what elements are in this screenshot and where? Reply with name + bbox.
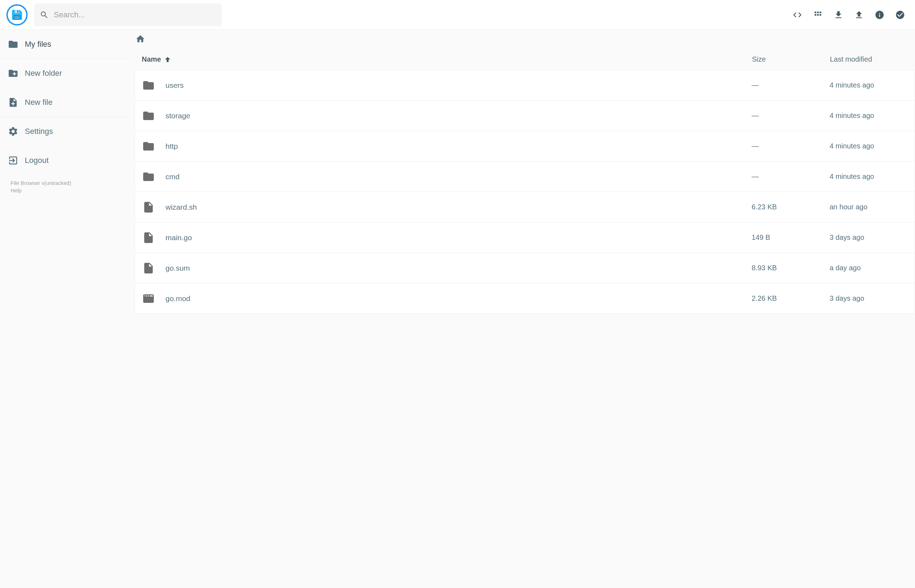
file-icon-cell (142, 170, 165, 183)
column-modified-label: Last modified (830, 55, 872, 63)
file-row[interactable]: storage—4 minutes ago (135, 100, 915, 131)
file-size: — (752, 142, 829, 150)
upload-button[interactable] (854, 10, 864, 20)
sidebar-item-label: New file (25, 98, 52, 107)
file-size: 6.23 KB (752, 203, 829, 211)
file-icon-cell (142, 110, 165, 122)
file-size: — (752, 173, 829, 181)
sidebar-item-settings[interactable]: Settings (0, 117, 128, 146)
file-name: go.sum (165, 264, 752, 272)
file-row[interactable]: main.go149 B3 days ago (135, 223, 915, 253)
file-modified: 4 minutes ago (829, 111, 915, 120)
file-row[interactable]: wizard.sh6.23 KBan hour ago (135, 192, 915, 223)
column-size-label: Size (752, 55, 766, 63)
folder-icon (142, 110, 155, 122)
file-row[interactable]: cmd—4 minutes ago (135, 162, 915, 192)
file-icon-cell (142, 262, 165, 275)
check-circle-icon (895, 10, 905, 20)
file-modified: 4 minutes ago (829, 81, 915, 89)
sidebar-item-new-file[interactable]: New file (0, 88, 128, 117)
file-name: cmd (165, 173, 752, 181)
file-modified: 3 days ago (829, 233, 915, 242)
svg-rect-1 (14, 16, 20, 17)
file-size: — (752, 81, 829, 89)
sidebar: My files New folder New file Settings Lo… (0, 30, 128, 588)
help-link[interactable]: Help (11, 187, 22, 194)
file-size: 8.93 KB (752, 264, 829, 272)
file-icon-cell (142, 201, 165, 213)
file-modified: 4 minutes ago (829, 173, 915, 181)
file-size: — (752, 111, 829, 120)
info-icon (875, 10, 884, 20)
column-name-sort[interactable]: Name (142, 55, 752, 63)
folder-plus-icon (8, 68, 18, 79)
file-name: users (165, 81, 752, 90)
file-modified: an hour ago (829, 203, 915, 211)
svg-rect-5 (17, 10, 18, 12)
info-button[interactable] (875, 10, 884, 20)
folder-icon (142, 79, 155, 92)
breadcrumb-home[interactable] (135, 34, 145, 44)
sidebar-item-new-folder[interactable]: New folder (0, 59, 128, 88)
file-modified: 3 days ago (829, 294, 915, 302)
breadcrumb (135, 34, 915, 50)
sidebar-item-logout[interactable]: Logout (0, 146, 128, 175)
file-icon (142, 262, 155, 275)
svg-rect-2 (14, 17, 20, 18)
column-size-sort[interactable]: Size (752, 55, 830, 63)
download-button[interactable] (834, 10, 844, 20)
file-row[interactable]: http—4 minutes ago (135, 131, 915, 162)
file-icon (142, 231, 155, 244)
folder-icon (142, 140, 155, 153)
shell-button[interactable] (792, 10, 802, 20)
file-modified: 4 minutes ago (829, 142, 915, 150)
logout-icon (8, 155, 18, 166)
app-logo (6, 4, 27, 26)
code-icon (792, 10, 802, 20)
file-row[interactable]: users—4 minutes ago (135, 70, 915, 100)
version-label: File Browser v(untracked) (11, 179, 117, 187)
sidebar-item-label: Logout (25, 156, 48, 165)
grid-icon (813, 10, 823, 20)
main-area: Name Size Last modified users—4 minutes … (128, 30, 915, 588)
file-name: http (165, 142, 752, 150)
grid-view-button[interactable] (813, 10, 823, 20)
search-icon (40, 10, 49, 20)
file-modified: a day ago (829, 264, 915, 272)
floppy-disk-icon (10, 8, 24, 22)
sidebar-item-label: Settings (25, 127, 53, 136)
file-icon (142, 201, 155, 213)
select-all-button[interactable] (895, 10, 905, 20)
sidebar-item-label: My files (25, 40, 52, 49)
home-icon (135, 34, 145, 44)
file-icon-cell (142, 292, 165, 305)
arrow-up-icon (164, 56, 171, 63)
search-box[interactable] (34, 3, 222, 26)
file-name: wizard.sh (165, 203, 752, 212)
folder-icon (142, 170, 155, 183)
file-row[interactable]: go.sum8.93 KBa day ago (135, 253, 915, 283)
sidebar-item-my-files[interactable]: My files (0, 30, 128, 59)
folder-icon (8, 39, 18, 50)
file-size: 2.26 KB (752, 294, 829, 302)
search-input[interactable] (54, 10, 216, 19)
file-icon-cell (142, 140, 165, 153)
file-name: storage (165, 111, 752, 120)
file-name: main.go (165, 233, 752, 242)
svg-rect-3 (14, 18, 20, 19)
app-header (0, 0, 915, 30)
file-icon-cell (142, 231, 165, 244)
column-name-label: Name (142, 55, 161, 63)
column-modified-sort[interactable]: Last modified (830, 55, 915, 63)
list-header: Name Size Last modified (135, 50, 915, 70)
svg-rect-4 (15, 10, 19, 13)
movie-icon (142, 292, 155, 305)
gear-icon (8, 126, 18, 137)
file-row[interactable]: go.mod2.26 KB3 days ago (135, 283, 915, 314)
upload-icon (854, 10, 864, 20)
sidebar-item-label: New folder (25, 69, 62, 78)
file-size: 149 B (752, 233, 829, 242)
sidebar-footer: File Browser v(untracked) Help (0, 175, 128, 194)
file-list: users—4 minutes agostorage—4 minutes ago… (135, 70, 915, 314)
file-icon-cell (142, 79, 165, 92)
